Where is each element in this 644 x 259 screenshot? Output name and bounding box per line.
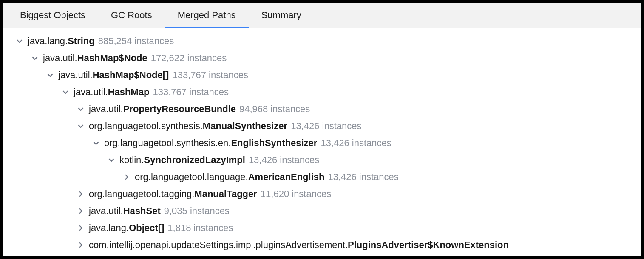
tree-row[interactable]: java.util.HashMap$Node172,622 instances: [3, 50, 641, 67]
package-label: org.languagetool.synthesis.: [89, 121, 203, 132]
class-label: ManualTagger: [194, 189, 257, 200]
chevron-down-icon[interactable]: [76, 121, 85, 131]
instance-count: 172,622 instances: [151, 53, 227, 64]
instance-count: 94,968 instances: [239, 104, 310, 115]
tree-row[interactable]: org.languagetool.language.AmericanEnglis…: [3, 169, 641, 186]
chevron-right-icon[interactable]: [76, 240, 85, 250]
class-label: SynchronizedLazyImpl: [144, 155, 245, 166]
class-label: EnglishSynthesizer: [231, 138, 317, 149]
tree-row[interactable]: java.lang.String885,254 instances: [3, 33, 641, 50]
class-label: Object[]: [129, 222, 164, 234]
tree-row[interactable]: java.util.HashMap133,767 instances: [3, 84, 641, 101]
tab-summary[interactable]: Summary: [249, 3, 314, 28]
package-label: java.util.: [43, 53, 77, 64]
package-label: java.util.: [58, 70, 93, 81]
package-label: org.languagetool.synthesis.en.: [104, 138, 231, 149]
class-label: PluginsAdvertiser$KnownExtension: [348, 239, 509, 251]
tree-row[interactable]: org.languagetool.synthesis.en.EnglishSyn…: [3, 135, 641, 152]
instance-count: 133,767 instances: [153, 87, 229, 98]
instance-count: 13,426 instances: [328, 172, 398, 183]
class-label: HashMap$Node: [77, 53, 148, 64]
instance-count: 13,426 instances: [249, 155, 319, 166]
tree-row[interactable]: kotlin.SynchronizedLazyImpl13,426 instan…: [3, 152, 641, 169]
tab-bar: Biggest Objects GC Roots Merged Paths Su…: [3, 3, 641, 28]
package-label: org.languagetool.tagging.: [89, 189, 194, 200]
chevron-right-icon[interactable]: [76, 206, 85, 216]
profiler-window: Biggest Objects GC Roots Merged Paths Su…: [0, 0, 644, 259]
package-label: java.util.: [74, 87, 108, 98]
chevron-down-icon[interactable]: [76, 104, 85, 114]
instance-count: 885,254 instances: [98, 36, 174, 47]
chevron-right-icon[interactable]: [76, 223, 85, 233]
chevron-down-icon[interactable]: [15, 37, 24, 46]
instance-count: 11,620 instances: [261, 189, 331, 200]
package-label: com.intellij.openapi.updateSettings.impl…: [89, 239, 348, 251]
package-label: java.util.: [89, 206, 123, 217]
tree-row[interactable]: org.languagetool.synthesis.ManualSynthes…: [3, 118, 641, 135]
tab-gc-roots[interactable]: GC Roots: [98, 3, 165, 28]
class-label: HashMap$Node[]: [93, 70, 169, 81]
chevron-down-icon[interactable]: [45, 70, 55, 80]
class-label: ManualSynthesizer: [203, 121, 287, 132]
instance-count: 13,426 instances: [321, 138, 391, 149]
tree-row[interactable]: java.util.PropertyResourceBundle94,968 i…: [3, 101, 641, 118]
instance-count: 1,818 instances: [167, 222, 233, 234]
class-label: HashSet: [123, 206, 161, 217]
package-label: kotlin.: [119, 155, 144, 166]
chevron-down-icon[interactable]: [30, 53, 40, 63]
chevron-down-icon[interactable]: [91, 138, 101, 148]
package-label: java.lang.: [89, 222, 129, 234]
chevron-down-icon[interactable]: [61, 87, 70, 97]
instance-count: 13,426 instances: [291, 121, 361, 132]
tree-row[interactable]: java.util.HashSet9,035 instances: [3, 203, 641, 220]
class-label: PropertyResourceBundle: [123, 104, 236, 115]
tab-biggest-objects[interactable]: Biggest Objects: [7, 3, 98, 28]
class-label: HashMap: [108, 87, 150, 98]
package-label: java.lang.: [28, 36, 68, 47]
tab-merged-paths[interactable]: Merged Paths: [165, 3, 249, 28]
merged-paths-tree: java.lang.String885,254 instances java.u…: [3, 28, 641, 256]
tree-row[interactable]: java.util.HashMap$Node[]133,767 instance…: [3, 67, 641, 84]
tree-row[interactable]: java.lang.Object[]1,818 instances: [3, 220, 641, 236]
package-label: org.languagetool.language.: [135, 172, 248, 183]
class-label: String: [68, 36, 95, 47]
package-label: java.util.: [89, 104, 123, 115]
instance-count: 9,035 instances: [164, 206, 230, 217]
tree-row[interactable]: org.languagetool.tagging.ManualTagger11,…: [3, 186, 641, 203]
chevron-right-icon[interactable]: [122, 172, 131, 182]
chevron-right-icon[interactable]: [76, 189, 85, 199]
chevron-down-icon[interactable]: [107, 155, 116, 165]
tree-row[interactable]: com.intellij.openapi.updateSettings.impl…: [3, 236, 641, 253]
class-label: AmericanEnglish: [248, 172, 325, 183]
instance-count: 133,767 instances: [172, 70, 248, 81]
